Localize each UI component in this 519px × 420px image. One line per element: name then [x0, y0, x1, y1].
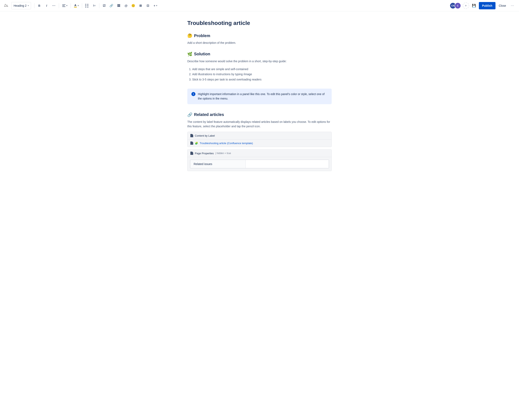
task-icon: ☑ — [103, 4, 105, 8]
insert-chevron-icon: ▾ — [156, 4, 157, 7]
doc-item-icon — [190, 142, 193, 145]
add-icon: + — [465, 4, 467, 8]
avatar-c-initial: C — [457, 4, 459, 7]
content-by-label-content: 🧩 Troubleshooting article (Confluence te… — [188, 139, 331, 147]
bold-icon: B — [38, 4, 40, 7]
related-articles-section: 🔗 Related articles The content by label … — [187, 112, 332, 171]
toolbar: Heading 2 ▾ B I ··· ▾ A ▾ — [0, 0, 519, 11]
link-button[interactable]: 🔗 — [108, 2, 115, 9]
solution-description[interactable]: Describe how someone would solve the pro… — [187, 59, 332, 63]
info-icon: i — [191, 92, 196, 96]
numbered-list-button[interactable]: 1≡ — [91, 2, 98, 9]
solution-emoji: 🌿 — [187, 52, 192, 57]
page-props-doc-icon — [190, 152, 193, 155]
heading-style-selector[interactable]: Heading 2 ▾ — [11, 2, 31, 9]
image-icon: 🖼 — [117, 4, 120, 7]
more-formatting-button[interactable]: ··· — [51, 2, 57, 9]
solution-step-1[interactable]: Add steps that are simple and self-conta… — [192, 67, 332, 72]
doc-icon — [190, 134, 193, 137]
problem-section: 🤔 Problem Add a short description of the… — [187, 33, 332, 45]
italic-icon: I — [46, 4, 47, 7]
bullet-list-button[interactable] — [84, 2, 90, 9]
info-panel: i Highlight important information in a p… — [187, 89, 332, 104]
related-articles-emoji: 🔗 — [187, 112, 192, 117]
heading-chevron-icon: ▾ — [28, 4, 29, 7]
toolbar-divider-5 — [99, 3, 99, 8]
numbered-list-icon: 1≡ — [93, 4, 96, 7]
layout-button[interactable]: ⊡ — [145, 2, 151, 9]
related-articles-heading-text: Related articles — [194, 112, 224, 117]
content-by-label-macro: Content by Label 🧩 Troubleshooting artic… — [187, 132, 332, 147]
solution-step-3[interactable]: Stick to 3-5 steps per task to avoid ove… — [192, 77, 332, 82]
problem-heading: 🤔 Problem — [187, 33, 332, 38]
problem-description[interactable]: Add a short description of the problem. — [187, 41, 332, 45]
font-color-button[interactable]: A ▾ — [72, 2, 80, 9]
more-options-icon: ··· — [511, 4, 514, 8]
layout-icon: ⊡ — [147, 4, 149, 8]
align-chevron-icon: ▾ — [66, 4, 67, 7]
page-properties-macro: Page Properties | hidden = true Related … — [187, 149, 332, 171]
avatar-c: C — [455, 2, 461, 9]
emoji-button[interactable]: 🙂 — [130, 2, 137, 9]
heading-style-label: Heading 2 — [14, 4, 27, 7]
solution-section: 🌿 Solution Describe how someone would so… — [187, 52, 332, 82]
solution-heading-text: Solution — [194, 52, 210, 56]
bullet-list-icon — [85, 4, 89, 8]
solution-heading: 🌿 Solution — [187, 52, 332, 57]
table-row: Related issues — [190, 160, 329, 168]
task-button[interactable]: ☑ — [101, 2, 107, 9]
italic-button[interactable]: I — [43, 2, 50, 9]
page-properties-label: Page Properties — [195, 152, 214, 155]
related-articles-heading: 🔗 Related articles — [187, 112, 332, 117]
font-color-chevron-icon: ▾ — [78, 4, 79, 7]
content-by-label-header: Content by Label — [188, 132, 331, 139]
bold-button[interactable]: B — [36, 2, 43, 9]
more-options-button[interactable]: ··· — [509, 2, 516, 9]
related-articles-description[interactable]: The content by label feature automatical… — [187, 120, 332, 129]
publish-label: Publish — [482, 4, 492, 7]
emoji-icon: 🙂 — [131, 4, 135, 8]
solution-step-2[interactable]: Add illustrations to instructions by typ… — [192, 72, 332, 77]
page-properties-table: Related issues — [190, 159, 329, 168]
table-icon: ⊞ — [139, 4, 142, 8]
page-title[interactable]: Troubleshooting article — [187, 19, 332, 27]
solution-steps-list: Add steps that are simple and self-conta… — [187, 67, 332, 82]
align-button[interactable]: ▾ — [61, 2, 69, 9]
save-button[interactable]: 💾 — [471, 2, 477, 9]
insert-more-button[interactable]: + ▾ — [152, 2, 159, 9]
related-issues-value[interactable] — [246, 160, 329, 168]
app-logo — [3, 2, 9, 9]
confluence-emoji: 🧩 — [195, 142, 198, 145]
content-area: Troubleshooting article 🤔 Problem Add a … — [182, 11, 337, 194]
save-icon: 💾 — [472, 4, 476, 8]
mention-icon: @ — [125, 4, 128, 7]
problem-emoji: 🤔 — [187, 33, 192, 38]
info-panel-text[interactable]: Highlight important information in a pan… — [198, 92, 328, 101]
table-button[interactable]: ⊞ — [137, 2, 144, 9]
properties-inner-table: Related issues — [190, 160, 329, 168]
hidden-tag-label: | hidden = true — [215, 152, 231, 155]
image-button[interactable]: 🖼 — [116, 2, 122, 9]
confluence-template-link[interactable]: Troubleshooting article (Confluence temp… — [200, 142, 253, 145]
related-issues-key[interactable]: Related issues — [190, 160, 246, 168]
more-formatting-icon: ··· — [52, 4, 56, 8]
close-label: Close — [499, 4, 506, 7]
problem-heading-text: Problem — [194, 33, 210, 38]
font-color-icon: A — [74, 4, 77, 8]
toolbar-divider-2 — [59, 3, 59, 8]
toolbar-right: CK C + 💾 Publish Close ··· — [450, 2, 516, 9]
avatar-initials: CK — [451, 4, 455, 7]
page-properties-header: Page Properties | hidden = true — [188, 150, 331, 157]
publish-button[interactable]: Publish — [479, 2, 496, 9]
link-icon: 🔗 — [109, 4, 113, 8]
collaborators-avatars: CK C — [450, 2, 461, 9]
mention-button[interactable]: @ — [123, 2, 129, 9]
content-by-label-label: Content by Label — [195, 134, 215, 137]
add-collaborator-button[interactable]: + — [463, 2, 469, 9]
align-icon — [62, 4, 66, 7]
plus-icon: + — [154, 4, 155, 7]
close-button[interactable]: Close — [497, 2, 508, 9]
